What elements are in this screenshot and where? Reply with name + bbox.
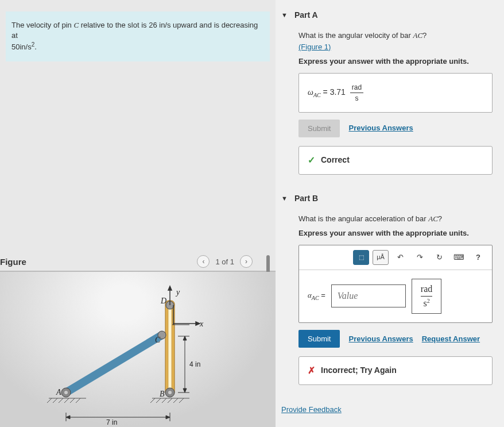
svg-line-11 (168, 398, 172, 403)
label-y: y (175, 288, 180, 297)
check-icon: ✓ (308, 153, 315, 167)
omega-symbol: ω (308, 88, 313, 97)
svg-line-2 (53, 398, 57, 403)
problem-text: . (34, 43, 37, 52)
figure-section: Figure ‹ 1 of 1 › (0, 252, 276, 427)
reset-button[interactable]: ↻ (431, 250, 447, 265)
keyboard-button[interactable]: ⌨ (451, 250, 467, 265)
figure-prev-button[interactable]: ‹ (197, 255, 210, 268)
figure-title: Figure (0, 257, 26, 267)
svg-line-10 (162, 398, 166, 403)
input-toolbar: ⬚ μÅ ↶ ↷ ↻ ⌨ ? (299, 245, 492, 270)
units-button[interactable]: μÅ (373, 250, 389, 265)
svg-marker-34 (166, 416, 170, 419)
part-a-title: Part A (294, 10, 318, 20)
svg-line-8 (150, 398, 155, 403)
part-b-question: What is the angular acceleration of bar … (298, 213, 493, 225)
equals: = (321, 87, 330, 97)
help-button[interactable]: ? (470, 250, 486, 265)
caret-icon: ▼ (281, 11, 288, 18)
part-a-unit: rads (350, 82, 363, 103)
svg-marker-39 (183, 388, 187, 393)
label-D: D (160, 297, 166, 305)
dim-vertical: 4 in (189, 360, 200, 368)
part-b-submit-button[interactable]: Submit (298, 330, 340, 348)
velocity-unit: in/s (159, 21, 170, 29)
caret-icon: ▼ (281, 195, 288, 202)
svg-marker-27 (196, 322, 200, 325)
part-a-submit-button: Submit (298, 120, 340, 137)
part-b-section: ▼ Part B What is the angular acceleratio… (281, 189, 493, 391)
part-b-instruction: Express your answer with the appropriate… (298, 228, 493, 239)
problem-statement: The velocity of pin C relative to the sl… (6, 11, 270, 61)
problem-text: relative to the slot is 26 (79, 21, 159, 29)
figure-next-button[interactable]: › (240, 255, 253, 268)
part-b-request-link[interactable]: Request Answer (422, 333, 480, 345)
part-a-feedback-text: Correct (321, 154, 350, 166)
pin-symbol: C (73, 21, 79, 29)
part-b-feedback: ✗ Incorrect; Try Again (298, 356, 493, 385)
svg-line-5 (70, 398, 75, 403)
figure-link[interactable]: (Figure 1) (298, 43, 331, 51)
svg-line-15 (66, 335, 162, 393)
svg-rect-17 (168, 303, 172, 393)
part-a-value: 3.71 (330, 87, 346, 97)
svg-line-4 (64, 398, 69, 403)
part-b-feedback-text: Incorrect; Try Again (321, 364, 397, 376)
figure-page-indicator: 1 of 1 (215, 257, 234, 266)
part-a-question: What is the angular velocity of bar AC? (298, 30, 493, 41)
figure-canvas: A B C D y x 7 in 4 in (0, 272, 276, 427)
part-b-input-box: ⬚ μÅ ↶ ↷ ↻ ⌨ ? αAC = rad s2 (298, 245, 493, 323)
part-b-title: Part B (294, 194, 318, 203)
part-a-section: ▼ Part A What is the angular velocity of… (281, 6, 493, 180)
label-x: x (199, 320, 204, 328)
svg-line-1 (47, 398, 52, 403)
part-b-header[interactable]: ▼ Part B (281, 189, 493, 207)
svg-marker-38 (183, 336, 187, 340)
part-a-answer-box: ωAC = 3.71 rads (298, 73, 493, 113)
templates-button[interactable]: ⬚ (353, 250, 369, 265)
svg-line-6 (76, 398, 80, 403)
dim-horizontal: 7 in (106, 418, 117, 426)
svg-point-19 (64, 391, 68, 394)
svg-marker-33 (66, 416, 70, 419)
part-b-unit-box[interactable]: rad s2 (412, 279, 441, 314)
part-b-previous-link[interactable]: Previous Answers (348, 333, 413, 345)
svg-line-9 (156, 398, 161, 403)
part-b-value-input[interactable] (331, 284, 406, 307)
redo-button[interactable]: ↷ (412, 250, 428, 265)
part-a-feedback: ✓ Correct (298, 146, 493, 175)
svg-marker-25 (168, 286, 172, 290)
figure-nav: ‹ 1 of 1 › (197, 255, 253, 268)
alpha-label: αAC = (308, 290, 325, 302)
svg-line-3 (59, 398, 63, 403)
svg-line-12 (173, 398, 178, 403)
cross-icon: ✗ (308, 364, 315, 378)
part-a-previous-link[interactable]: Previous Answers (348, 122, 413, 134)
label-A: A (56, 388, 61, 397)
svg-line-13 (179, 398, 184, 403)
decel-value: 50in/s (11, 43, 32, 52)
undo-button[interactable]: ↶ (392, 250, 408, 265)
provide-feedback-link[interactable]: Provide Feedback (281, 405, 342, 414)
svg-point-21 (168, 391, 172, 394)
omega-sub: AC (313, 92, 321, 98)
label-C: C (155, 336, 161, 344)
label-B: B (160, 390, 165, 398)
part-a-header[interactable]: ▼ Part A (281, 6, 493, 24)
problem-text: The velocity of pin (11, 21, 73, 29)
part-a-instruction: Express your answer with the appropriate… (298, 56, 493, 67)
